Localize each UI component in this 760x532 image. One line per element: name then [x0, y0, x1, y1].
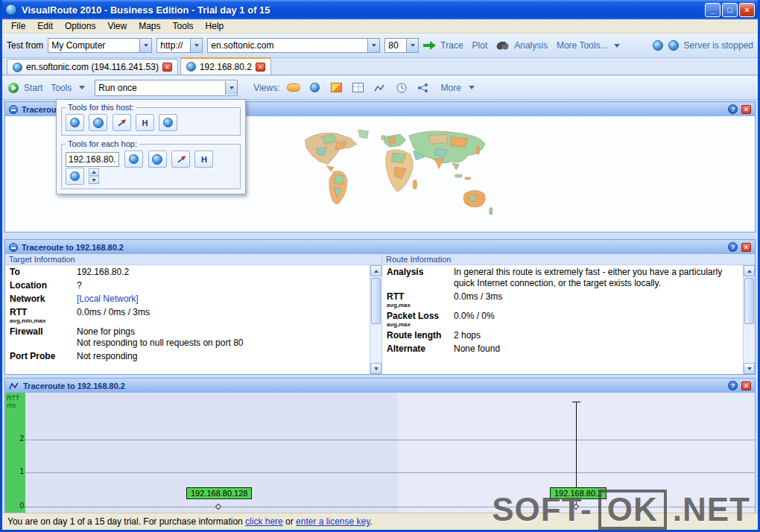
view-table-button[interactable] — [350, 81, 367, 95]
protocol-select[interactable]: http:// — [156, 38, 203, 53]
route-information-section: Route Information Analysis In general th… — [382, 254, 755, 374]
hop-spinner — [89, 168, 99, 184]
license-key-link[interactable]: enter a license key — [296, 516, 370, 527]
port-select[interactable]: 80 — [384, 38, 419, 53]
info-row: Analysis In general this route is extrem… — [382, 265, 743, 290]
scroll-up-button[interactable] — [370, 265, 381, 276]
tab-close-icon[interactable]: × — [162, 63, 172, 72]
panel-close-icon[interactable]: × — [741, 243, 751, 252]
route-scrollbar[interactable] — [743, 265, 755, 374]
tab-en-softonic[interactable]: en.softonic.com (194.116.241.53) × — [7, 59, 178, 75]
traceroute-info-panel: Traceroute to 192.168.80.2 ? × Target In… — [4, 239, 756, 375]
hop-whois-button[interactable] — [66, 168, 84, 185]
hop-h-button[interactable]: H — [194, 151, 213, 168]
chevron-down-icon[interactable] — [139, 39, 151, 52]
scroll-thumb[interactable] — [371, 278, 381, 324]
more-tools-button[interactable]: More Tools... — [557, 40, 607, 51]
panel-close-icon[interactable]: × — [741, 381, 751, 390]
view-line-button[interactable] — [372, 81, 388, 95]
panel-close-icon[interactable]: × — [741, 105, 751, 114]
host-input[interactable]: en.softonic.com — [207, 38, 380, 53]
plot-button[interactable]: Plot — [472, 40, 488, 51]
help-icon[interactable]: ? — [728, 242, 738, 252]
view-oval-button[interactable] — [285, 81, 302, 95]
analysis-button[interactable]: Analysis — [514, 40, 548, 51]
tab-192-168-80-2[interactable]: 192.168.80.2 × — [180, 57, 271, 75]
target-scrollbar[interactable] — [370, 265, 381, 374]
tool-globe-button[interactable] — [66, 114, 84, 131]
scroll-down-button[interactable] — [744, 363, 755, 374]
more-views-button[interactable]: More — [441, 83, 461, 93]
close-button[interactable]: × — [739, 3, 755, 17]
info-row: Packet Loss avg,max 0.0% / 0% — [382, 309, 743, 329]
menu-edit[interactable]: Edit — [31, 19, 59, 33]
tool-h-button[interactable]: H — [136, 114, 154, 131]
start-button[interactable]: Start — [24, 83, 42, 93]
trace-button[interactable]: Trace — [440, 40, 463, 51]
tool-whois-button[interactable] — [159, 114, 177, 131]
menu-view[interactable]: View — [101, 19, 133, 33]
refresh-icon[interactable] — [653, 40, 663, 51]
views-label: Views: — [253, 83, 279, 93]
tab-close-icon[interactable]: × — [256, 63, 265, 72]
scroll-down-button[interactable] — [370, 363, 381, 374]
menu-maps[interactable]: Maps — [133, 19, 166, 33]
tool-trace-button[interactable] — [113, 114, 131, 131]
info-row: Network [Local Network] — [5, 292, 370, 305]
world-map-graphic — [292, 125, 508, 229]
info-row: Route length 2 hops — [382, 329, 743, 342]
hop-address-input[interactable] — [66, 152, 119, 167]
menu-help[interactable]: Help — [200, 19, 230, 33]
menu-bar: File Edit Options View Maps Tools Help — [2, 19, 758, 34]
y-axis: RTT ms 2 1 0 — [5, 393, 25, 513]
chevron-down-icon[interactable] — [367, 39, 379, 52]
y-tick: 2 — [19, 434, 24, 443]
tools-popup: Tools for this host: H Tools for each ho… — [56, 99, 246, 194]
info-row: Location ? — [5, 279, 370, 292]
chevron-down-icon[interactable] — [225, 81, 237, 95]
menu-file[interactable]: File — [5, 19, 31, 33]
grid-line — [25, 472, 755, 473]
tools-hop-label: Tools for each hop: — [66, 139, 139, 148]
traceroute-icon — [9, 243, 18, 252]
line-chart-icon — [9, 381, 19, 390]
info-row: Alternate None found — [382, 342, 743, 355]
hop-label[interactable]: 192.168.80.128 — [186, 487, 252, 499]
help-icon[interactable]: ? — [728, 104, 738, 114]
local-network-link[interactable]: [Local Network] — [77, 294, 368, 305]
target-info-header: Target Information — [5, 254, 381, 265]
chevron-down-icon — [79, 86, 85, 89]
hop-trace-button[interactable] — [171, 151, 190, 168]
tools-menu-button[interactable]: Tools — [51, 83, 72, 93]
main-toolbar: Test from My Computer http:// en.softoni… — [2, 34, 758, 58]
tool-world-button[interactable] — [89, 114, 107, 131]
chevron-down-icon[interactable] — [190, 39, 202, 52]
run-mode-select[interactable]: Run once — [95, 80, 238, 96]
info-row: RTT avg,min,max 0.0ms / 0ms / 3ms — [5, 305, 370, 325]
view-graph-button[interactable] — [415, 81, 431, 95]
route-info-header: Route Information — [382, 254, 755, 265]
view-map-button[interactable] — [307, 81, 323, 95]
info-row: To 192.168.80.2 — [5, 265, 370, 279]
view-clock-button[interactable] — [393, 81, 410, 95]
globe-icon — [13, 63, 22, 72]
title-bar: VisualRoute 2010 - Business Edition - Tr… — [2, 0, 758, 19]
purchase-link[interactable]: click here — [245, 516, 283, 527]
chevron-down-icon[interactable] — [406, 39, 418, 52]
restore-button[interactable]: □ — [722, 3, 738, 17]
chevron-down-icon — [614, 44, 620, 48]
soft-ok-watermark: SOFT- OK .NET — [492, 490, 750, 530]
server-globe-icon[interactable] — [668, 40, 679, 51]
hop-globe-button[interactable] — [124, 151, 143, 168]
test-from-select[interactable]: My Computer — [48, 38, 152, 53]
hop-world-button[interactable] — [148, 151, 167, 168]
minimize-button[interactable]: _ — [705, 3, 721, 17]
help-icon[interactable]: ? — [728, 381, 738, 390]
spinner-down-button[interactable] — [89, 177, 99, 184]
scroll-thumb[interactable] — [744, 278, 754, 324]
view-chart-button[interactable] — [329, 81, 345, 95]
menu-tools[interactable]: Tools — [167, 19, 200, 33]
spinner-up-button[interactable] — [89, 168, 99, 176]
scroll-up-button[interactable] — [744, 265, 755, 276]
menu-options[interactable]: Options — [59, 19, 101, 33]
